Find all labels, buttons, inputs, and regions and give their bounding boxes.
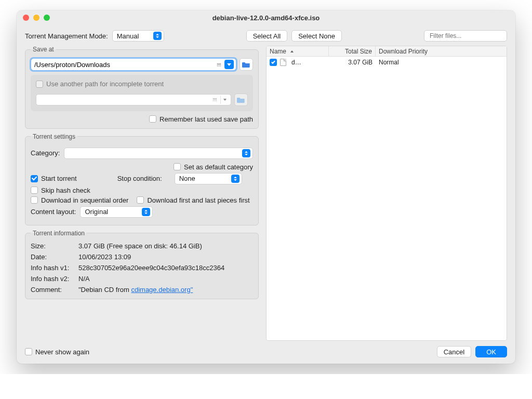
ok-button[interactable]: OK — [475, 346, 507, 357]
mode-value: Manual — [117, 32, 139, 40]
folder-icon — [242, 61, 250, 68]
torrent-info-group: Torrent information Size: 3.07 GiB (Free… — [25, 230, 259, 299]
save-path-field[interactable]: 𝍄 — [31, 58, 236, 71]
folder-icon — [237, 97, 245, 103]
mode-select[interactable]: Manual — [112, 30, 164, 42]
sequential-checkbox[interactable]: Download in sequential order — [31, 196, 128, 204]
filter-files-input[interactable] — [430, 32, 508, 39]
row-checkbox[interactable] — [270, 59, 277, 66]
stop-condition-select[interactable]: None — [175, 173, 242, 184]
mode-label: Torrent Management Mode: — [25, 32, 108, 40]
info-date-label: Date: — [31, 253, 78, 261]
info-hash2-value: N/A — [78, 275, 253, 283]
save-at-legend: Save at — [31, 46, 56, 53]
file-icon — [280, 59, 286, 66]
content-layout-label: Content layout: — [31, 208, 76, 216]
checkbox-icon — [31, 196, 38, 204]
history-icon[interactable]: 𝍄 — [215, 62, 222, 68]
firstlast-checkbox[interactable]: Download first and last pieces first — [137, 196, 249, 204]
table-row[interactable]: d… 3.07 GiB Normal — [267, 57, 507, 68]
checkbox-icon — [25, 348, 32, 355]
info-date-value: 10/06/2023 13:09 — [78, 253, 253, 261]
select-none-button[interactable]: Select None — [291, 30, 342, 42]
col-total-size[interactable]: Total Size — [329, 46, 376, 56]
info-size-value: 3.07 GiB (Free space on disk: 46.14 GiB) — [78, 242, 253, 250]
save-at-group: Save at 𝍄 U — [25, 46, 259, 129]
content-layout-value: Original — [85, 208, 108, 216]
updown-icon — [242, 149, 250, 157]
cancel-button[interactable]: Cancel — [437, 346, 471, 357]
checkbox-icon — [31, 187, 38, 194]
updown-icon — [142, 208, 150, 216]
file-table-header: Name Total Size Download Priority — [267, 46, 507, 57]
file-size: 3.07 GiB — [329, 59, 376, 66]
info-hash1-value: 528c307052e96a20eee9c04c30efa93c18cc2364 — [78, 264, 253, 272]
window-title: debian-live-12.0.0-amd64-xfce.iso — [17, 14, 515, 22]
col-name[interactable]: Name — [267, 46, 329, 56]
info-hash1-label: Info hash v1: — [31, 264, 78, 272]
skip-hash-checkbox[interactable]: Skip hash check — [31, 187, 90, 194]
use-another-path-checkbox[interactable]: Use another path for incomplete torrent — [36, 80, 164, 88]
settings-legend: Torrent settings — [31, 133, 77, 140]
info-legend: Torrent information — [31, 230, 87, 237]
file-table: Name Total Size Download Priority d… 3.0… — [266, 46, 507, 341]
info-size-label: Size: — [31, 242, 78, 250]
stop-condition-value: None — [179, 175, 195, 182]
browse-incomplete-path-button — [234, 94, 248, 106]
checkbox-icon — [149, 115, 156, 123]
save-path-input[interactable] — [34, 61, 215, 69]
incomplete-path-panel: Use another path for incomplete torrent … — [31, 75, 253, 111]
checkbox-icon — [31, 175, 38, 182]
col-priority[interactable]: Download Priority — [376, 46, 507, 56]
category-label: Category: — [31, 149, 60, 157]
default-category-checkbox[interactable]: Set as default category — [174, 163, 253, 171]
info-hash2-label: Info hash v2: — [31, 275, 78, 283]
chevron-down-icon — [220, 96, 229, 104]
select-all-button[interactable]: Select All — [246, 30, 287, 42]
updown-icon — [153, 32, 162, 40]
checkbox-icon — [137, 196, 144, 204]
browse-save-path-button[interactable] — [240, 58, 253, 71]
file-name: d… — [291, 59, 301, 66]
chevron-down-icon[interactable] — [224, 60, 234, 69]
file-priority[interactable]: Normal — [376, 59, 507, 66]
titlebar: debian-live-12.0.0-amd64-xfce.iso — [17, 10, 515, 25]
category-select[interactable] — [64, 148, 253, 159]
incomplete-path-field: 𝍄 — [36, 94, 231, 105]
info-comment-value: "Debian CD from cdimage.debian.org" — [78, 286, 253, 294]
checkbox-icon — [36, 81, 43, 88]
remember-path-checkbox[interactable]: Remember last used save path — [149, 115, 253, 123]
info-comment-label: Comment: — [31, 286, 78, 294]
comment-link[interactable]: cdimage.debian.org" — [131, 286, 193, 294]
dialog-window: debian-live-12.0.0-amd64-xfce.iso Torren… — [17, 10, 515, 364]
content-layout-select[interactable]: Original — [80, 206, 153, 218]
start-torrent-checkbox[interactable]: Start torrent — [31, 175, 77, 182]
stop-condition-label: Stop condition: — [117, 175, 162, 182]
updown-icon — [231, 175, 240, 183]
torrent-settings-group: Torrent settings Category: Set as defaul… — [25, 133, 259, 225]
checkbox-icon — [174, 163, 181, 170]
history-icon: 𝍄 — [211, 97, 218, 102]
never-show-checkbox[interactable]: Never show again — [25, 348, 89, 356]
filter-files-field[interactable] — [424, 30, 507, 42]
